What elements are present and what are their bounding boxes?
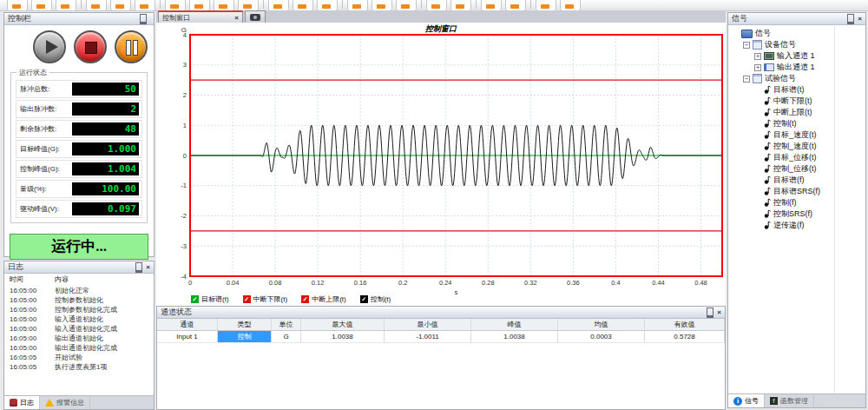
svg-text:0.48: 0.48 — [694, 279, 707, 287]
tree-item[interactable]: 逆传递(f) — [732, 220, 865, 231]
log-panel: 日志 × 时间 内容 16:05:00初始化正常16:05:00控制参数初始化1… — [3, 261, 155, 410]
log-row[interactable]: 16:05:00控制参数初始化 — [4, 295, 154, 305]
tab-snapshot[interactable] — [245, 10, 266, 23]
log-time: 16:05:00 — [10, 334, 55, 343]
tree-item[interactable]: 目标_速度(t) — [732, 129, 865, 141]
toolbar-button[interactable] — [135, 0, 155, 11]
tree-item[interactable]: 目标_位移(t) — [732, 152, 865, 163]
log-row[interactable]: 16:05:00输入通道初始化 — [4, 314, 154, 324]
toolbar-button[interactable] — [86, 0, 107, 11]
tree-item[interactable]: 中断下限(t) — [732, 96, 865, 107]
tree-item-label: 控制_速度(t) — [773, 141, 817, 152]
tree-item[interactable]: 控制(t) — [732, 118, 865, 129]
tree-item[interactable]: 中断上限(t) — [732, 107, 865, 118]
expand-icon[interactable]: + — [754, 64, 761, 71]
legend-checkbox[interactable]: ✓ — [191, 295, 199, 303]
pause-button[interactable] — [115, 30, 148, 63]
tab-信号[interactable]: i信号 — [728, 394, 765, 407]
toolbar-button[interactable] — [56, 0, 76, 11]
status-field: 脉冲总数:50 — [16, 80, 142, 98]
toolbar-separator — [476, 0, 477, 9]
column-header: 类型 — [218, 319, 272, 330]
pin-icon[interactable] — [135, 262, 142, 273]
table-cell: -1.0011 — [385, 331, 471, 342]
start-button[interactable] — [33, 30, 66, 63]
log-row[interactable]: 16:05:00输出通道初始化 — [4, 334, 154, 343]
toolbar-button[interactable] — [31, 0, 52, 11]
wave-icon — [764, 221, 771, 231]
tab-报警信息[interactable]: 报警信息 — [40, 396, 90, 409]
log-row[interactable]: 16:05:05执行进度表第1项 — [4, 362, 154, 372]
legend-checkbox[interactable]: ✓ — [301, 295, 309, 303]
column-header: 最小值 — [385, 319, 471, 330]
legend-item: ✓目标谱(t) — [191, 294, 229, 304]
tree-item[interactable]: +输入通道 1 — [732, 50, 865, 62]
log-time: 16:05:00 — [10, 324, 55, 334]
tree-item[interactable]: 控制_速度(t) — [732, 141, 865, 152]
tab-control-window[interactable]: 控制窗口 × — [158, 10, 243, 23]
legend-checkbox[interactable]: ✓ — [243, 295, 251, 303]
status-field-value: 1.004 — [72, 162, 139, 175]
chart-area: 控制窗口 00.040.080.120.160.20.240.280.320.3… — [156, 23, 726, 306]
tree-item-label: 输入通道 1 — [777, 50, 815, 62]
log-row[interactable]: 16:05:00输入通道初始化完成 — [4, 324, 154, 334]
pin-icon[interactable] — [140, 14, 147, 24]
tree-item[interactable]: 目标谱(f) — [732, 175, 865, 186]
svg-text:0.12: 0.12 — [312, 279, 325, 287]
tree-item[interactable]: −试验信号 — [732, 73, 865, 84]
tree-item[interactable]: 信号 — [732, 28, 865, 39]
legend-checkbox[interactable]: ✓ — [360, 295, 368, 303]
status-field-label: 驱动峰值(V): — [20, 204, 59, 214]
tree-item[interactable]: 控制(f) — [732, 197, 865, 208]
wave-icon — [764, 175, 771, 186]
close-icon[interactable]: × — [858, 16, 862, 23]
toolbar-button[interactable] — [110, 0, 131, 11]
log-time: 16:05:05 — [10, 353, 55, 362]
tree-item[interactable]: 控制SRS(f) — [732, 208, 865, 220]
legend-item: ✓中断上限(t) — [301, 294, 346, 304]
log-row[interactable]: 16:05:00输出通道初始化完成 — [4, 343, 154, 353]
column-header: 最大值 — [301, 319, 385, 330]
tab-日志[interactable]: 日志 — [4, 396, 40, 409]
toolbar-button[interactable] — [7, 0, 28, 11]
close-icon[interactable]: × — [234, 14, 239, 22]
legend-label: 中断上限(t) — [312, 294, 346, 304]
tree-item-label: 控制(f) — [773, 197, 797, 208]
close-icon[interactable]: × — [146, 264, 150, 271]
no-expander — [754, 177, 761, 184]
log-row[interactable]: 16:05:00初始化正常 — [4, 286, 154, 295]
expand-icon[interactable]: + — [754, 53, 761, 60]
tree-item[interactable]: −设备信号 — [732, 39, 865, 50]
svg-text:0.16: 0.16 — [354, 279, 367, 287]
tree-item[interactable]: 目标谱(t) — [732, 84, 865, 96]
no-expander — [754, 200, 761, 207]
tree-item-label: 目标_速度(t) — [773, 129, 817, 141]
tree-item[interactable]: +输出通道 1 — [732, 62, 865, 73]
pin-icon[interactable] — [847, 14, 854, 24]
log-row[interactable]: 16:05:00控制参数初始化完成 — [4, 305, 154, 314]
table-cell: Input 1 — [157, 331, 218, 342]
log-time: 16:05:00 — [10, 286, 55, 295]
legend-item: ✓控制(t) — [360, 294, 391, 304]
tree-item[interactable]: 控制_位移(t) — [732, 163, 865, 175]
column-header: 通道 — [157, 319, 218, 330]
status-field-label: 目标峰值(G): — [20, 144, 60, 154]
svg-text:0.4: 0.4 — [611, 279, 620, 287]
tree-item[interactable]: 目标谱SRS(f) — [732, 186, 865, 197]
column-header: 单位 — [272, 319, 301, 330]
collapse-icon[interactable]: − — [743, 76, 750, 83]
log-row[interactable]: 16:05:05开始试验 — [4, 353, 154, 362]
tree-item-label: 中断下限(t) — [773, 96, 812, 107]
svg-text:1: 1 — [183, 122, 187, 129]
legend-label: 中断下限(t) — [253, 294, 288, 304]
collapse-icon[interactable]: − — [743, 42, 750, 49]
legend-item: ✓中断下限(t) — [243, 294, 288, 304]
close-icon[interactable]: × — [717, 309, 721, 316]
toolbar-separator — [530, 0, 531, 9]
log-header: 时间 内容 — [4, 274, 154, 286]
tab-函数管理[interactable]: f函数管理 — [765, 394, 814, 407]
table-row[interactable]: Input 1控制G1.0038-1.00111.00380.00030.572… — [157, 331, 725, 343]
stop-button[interactable] — [74, 30, 107, 63]
svg-text:0.28: 0.28 — [482, 279, 495, 287]
pin-icon[interactable] — [707, 308, 713, 318]
